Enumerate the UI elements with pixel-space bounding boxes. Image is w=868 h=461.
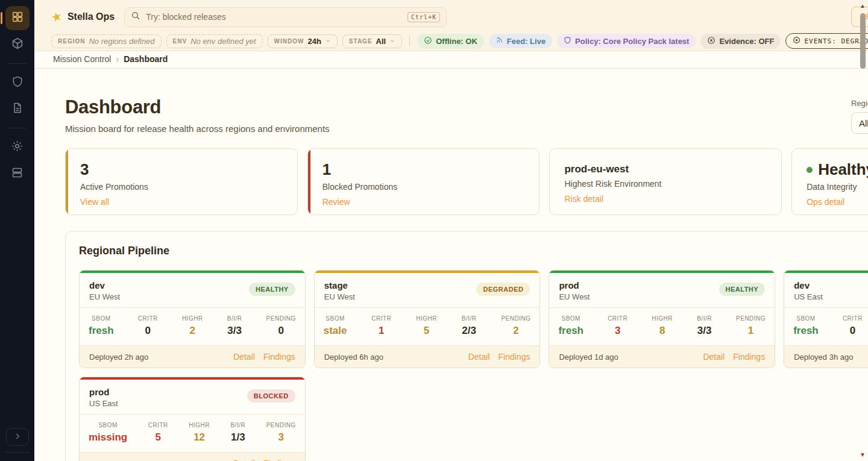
metric-header: SBOM xyxy=(793,315,819,322)
sidebar-item-settings[interactable] xyxy=(5,135,30,159)
stat-value: 1 xyxy=(322,161,525,178)
sbom-value: fresh xyxy=(558,325,583,337)
findings-link[interactable]: Findings xyxy=(498,352,530,362)
app-root: ★ Stella Ops Ctrl+K CREATE RELEASE xyxy=(0,0,868,461)
sidebar-expand-button[interactable] xyxy=(6,428,29,446)
evidence-pill[interactable]: Evidence: OFF xyxy=(700,34,781,49)
detail-link[interactable]: Detail xyxy=(703,352,725,362)
metric-header: CRITR xyxy=(371,315,391,322)
stat-card-active-promotions: 3 Active Promotions View all xyxy=(65,148,298,215)
breadcrumb-mission-control[interactable]: Mission Control xyxy=(53,54,111,64)
review-link[interactable]: Review xyxy=(322,197,350,207)
global-search[interactable]: Ctrl+K xyxy=(124,7,447,27)
search-icon xyxy=(131,11,140,23)
env-name: dev xyxy=(794,280,823,290)
sidebar-item-infrastructure[interactable] xyxy=(5,162,30,186)
offline-status-pill[interactable]: Offline: OK xyxy=(417,34,484,49)
findings-link[interactable]: Findings xyxy=(263,352,295,362)
metric-header: SBOM xyxy=(558,315,583,322)
env-chip[interactable]: ENV No env defined yet xyxy=(166,34,263,48)
metric-header: SBOM xyxy=(89,422,127,428)
chevron-down-icon xyxy=(325,37,331,46)
brand-name: Stella Ops xyxy=(68,11,115,22)
stage-chip-label: STAGE xyxy=(349,38,373,45)
sidebar-item-packages[interactable] xyxy=(5,33,30,57)
stage-chip-value: All xyxy=(376,37,386,46)
env-name: dev xyxy=(89,280,120,290)
metric-header: SBOM xyxy=(89,315,114,322)
env-chip-value: No env defined yet xyxy=(190,37,256,46)
findings-link[interactable]: Findings xyxy=(733,352,765,362)
stat-card-blocked-promotions: 1 Blocked Promotions Review xyxy=(307,148,540,215)
circle-dot-icon xyxy=(793,36,800,46)
feed-status-pill[interactable]: Feed: Live xyxy=(489,34,552,48)
metric-header: HIGHR xyxy=(189,422,210,428)
region-chip-label: REGION xyxy=(58,38,85,45)
metric-header: B/I/R xyxy=(462,315,477,322)
shield-icon xyxy=(11,75,24,90)
env-region: US East xyxy=(794,292,823,301)
page-subtitle: Mission board for release health across … xyxy=(65,124,330,134)
policy-pill[interactable]: Policy: Core Policy Pack latest xyxy=(557,34,696,48)
metric-header: HIGHR xyxy=(652,315,673,322)
pending-value: 2 xyxy=(501,325,530,337)
page-content: Dashboard Mission board for release heal… xyxy=(34,69,868,461)
accent-bar xyxy=(66,149,68,215)
window-scrollbar[interactable]: ▲ ▼ xyxy=(857,0,868,461)
stage-chip[interactable]: STAGE All xyxy=(342,34,402,48)
metric-header: HIGHR xyxy=(182,315,203,322)
ops-detail-link[interactable]: Ops detail xyxy=(807,197,844,207)
deployed-label: Deployed 1d ago xyxy=(559,353,618,362)
highr-value: 8 xyxy=(652,325,673,337)
pending-value: 1 xyxy=(736,325,766,337)
deployed-label: Deployed 6h ago xyxy=(324,353,383,362)
sbom-value: fresh xyxy=(89,325,114,337)
env-card-prod-us-east: prod US East BLOCKED SBOMmissing CRITR5 … xyxy=(79,377,306,461)
deployed-label: Deployed 3d ago xyxy=(89,459,148,461)
findings-link[interactable]: Findings xyxy=(263,459,295,461)
deployed-label: Deployed 3h ago xyxy=(794,353,853,362)
page-header: Dashboard Mission board for release heal… xyxy=(65,96,868,134)
grid-icon xyxy=(11,10,24,26)
env-name: stage xyxy=(324,280,355,290)
search-input[interactable] xyxy=(146,12,402,22)
env-card-prod-eu-west: prod EU West HEALTHY SBOMfresh CRITR3 HI… xyxy=(549,270,775,368)
status-badge: HEALTHY xyxy=(719,283,766,296)
feed-status-label: Feed: Live xyxy=(507,37,546,46)
detail-link[interactable]: Detail xyxy=(233,459,255,461)
env-region: EU West xyxy=(559,292,590,301)
detail-link[interactable]: Detail xyxy=(468,352,490,362)
main-area: ★ Stella Ops Ctrl+K CREATE RELEASE xyxy=(34,0,868,461)
metric-header: SBOM xyxy=(324,315,347,322)
detail-link[interactable]: Detail xyxy=(233,352,255,362)
bir-value: 3/3 xyxy=(697,325,712,337)
status-badge: DEGRADED xyxy=(476,283,530,296)
metric-header: PENDING xyxy=(266,422,296,428)
scroll-thumb[interactable] xyxy=(860,13,866,69)
env-region: EU West xyxy=(324,292,355,301)
stat-card-highest-risk: prod-eu-west Highest Risk Environment Ri… xyxy=(549,148,782,215)
accent-bar xyxy=(308,149,310,215)
chevron-right-icon xyxy=(13,432,22,442)
sidebar-item-documents[interactable] xyxy=(5,97,30,121)
metric-header: HIGHR xyxy=(416,315,437,322)
sidebar-item-security[interactable] xyxy=(5,71,30,95)
sidebar-item-dashboard[interactable] xyxy=(5,6,30,30)
scroll-down-icon[interactable]: ▼ xyxy=(860,451,866,459)
region-chip[interactable]: REGION No regions defined xyxy=(51,34,162,48)
critr-value: 3 xyxy=(608,325,627,337)
highr-value: 5 xyxy=(416,325,437,337)
env-name: prod xyxy=(89,387,118,397)
context-divider xyxy=(409,36,410,46)
risk-detail-link[interactable]: Risk detail xyxy=(564,194,603,204)
breadcrumb: Mission Control › Dashboard xyxy=(34,51,868,69)
bir-value: 1/3 xyxy=(230,431,245,444)
window-chip[interactable]: WINDOW 24h xyxy=(268,34,338,48)
events-status-pill[interactable]: EVENTS: DEGRADED xyxy=(785,33,868,49)
pending-value: 3 xyxy=(266,431,296,444)
top-bar: ★ Stella Ops Ctrl+K CREATE RELEASE xyxy=(34,0,868,34)
scroll-up-icon[interactable]: ▲ xyxy=(860,2,866,10)
sbom-value: missing xyxy=(89,431,127,444)
view-all-link[interactable]: View all xyxy=(80,197,109,207)
deployed-label: Deployed 2h ago xyxy=(89,353,148,362)
